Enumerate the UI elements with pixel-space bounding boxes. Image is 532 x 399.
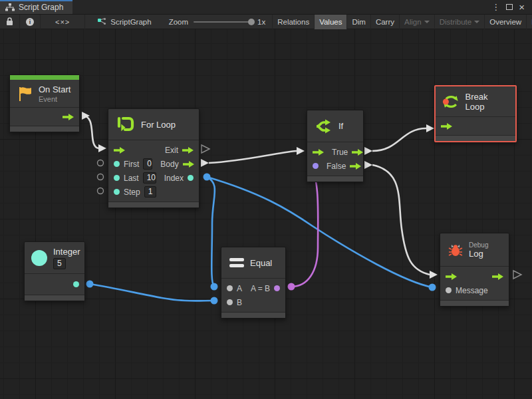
port-marker-message-in[interactable] [429, 284, 436, 291]
integer-value-field[interactable]: 5 [53, 258, 66, 269]
wire-true-breakloop[interactable] [372, 128, 426, 151]
distribute-button[interactable]: Distribute [434, 15, 485, 29]
equal-a-in-port[interactable] [227, 285, 233, 291]
graph-canvas[interactable]: On Start Event For Loop [0, 29, 532, 399]
port-label-false: False [327, 162, 346, 171]
node-title: If [338, 121, 343, 131]
port-marker-last-in-empty[interactable] [98, 174, 104, 180]
port-row: Last 10 Index [108, 171, 199, 185]
node-debug-log[interactable]: Debug Log Message [440, 233, 509, 307]
exit-out-port[interactable] [182, 147, 194, 154]
node-footer [436, 135, 515, 141]
graph-breadcrumb[interactable]: ScriptGraph [85, 17, 158, 26]
break-loop-icon [442, 93, 460, 110]
last-value-field[interactable]: 10 [143, 172, 156, 184]
true-out-port[interactable] [352, 149, 363, 156]
node-if[interactable]: If True False [307, 110, 364, 182]
wire-false-debuglog[interactable] [372, 165, 430, 275]
port-marker-step-in-empty[interactable] [98, 188, 104, 194]
node-integer[interactable]: Integer 5 [24, 241, 85, 301]
port-marker-equal-b-in[interactable] [211, 297, 218, 305]
port-marker-false-out[interactable] [364, 161, 372, 169]
align-button[interactable]: Align [399, 15, 434, 29]
node-equal[interactable]: Equal A A = B B [221, 247, 286, 319]
carry-button[interactable]: Carry [370, 15, 399, 29]
first-in-port[interactable] [114, 161, 120, 167]
port-marker-forloop-in[interactable] [98, 144, 106, 152]
wire-index-equal-a[interactable] [207, 177, 215, 287]
zoom-value: 1x [257, 18, 265, 26]
port-marker-body-out[interactable] [201, 159, 209, 167]
fullscreen-button[interactable]: Full Screen [526, 15, 532, 29]
step-in-port[interactable] [114, 189, 120, 195]
port-marker-true-out[interactable] [364, 147, 372, 155]
node-on-start[interactable]: On Start Event [9, 74, 80, 132]
port-row: Exit [108, 143, 199, 157]
values-button[interactable]: Values [314, 15, 346, 29]
port-label-last: Last [124, 174, 139, 183]
port-marker-equal-a-in[interactable] [211, 283, 218, 291]
port-row [440, 269, 509, 283]
port-label-b: B [237, 298, 242, 307]
port-marker-equal-result-out[interactable] [288, 283, 295, 291]
body-out-port[interactable] [183, 161, 194, 168]
trigger-in-port[interactable] [313, 149, 324, 156]
relations-button[interactable]: Relations [272, 15, 314, 29]
code-view-button[interactable]: <×> [41, 15, 85, 29]
port-marker-breakloop-in[interactable] [426, 124, 434, 132]
node-for-loop[interactable]: For Loop Exit First 0 Body [108, 108, 200, 208]
wire-integer-equal-b[interactable] [90, 284, 214, 301]
trigger-in-port[interactable] [446, 273, 457, 280]
port-marker-if-in[interactable] [297, 147, 305, 155]
port-label-result: A = B [251, 284, 270, 293]
last-in-port[interactable] [114, 175, 120, 181]
index-out-port[interactable] [188, 175, 194, 181]
integer-out-port[interactable] [73, 281, 79, 287]
trigger-out-port[interactable] [63, 114, 74, 120]
port-marker-integer-out[interactable] [86, 281, 94, 288]
info-button[interactable]: i [20, 15, 41, 29]
wire-onstart-forloop[interactable] [82, 116, 98, 148]
zoom-slider[interactable] [194, 21, 252, 23]
condition-in-port[interactable] [313, 163, 319, 169]
wire-body-if[interactable] [209, 151, 297, 163]
node-break-loop[interactable]: Break Loop [434, 85, 517, 142]
script-graph-icon [97, 17, 106, 26]
first-value-field[interactable]: 0 [143, 158, 152, 170]
message-in-port[interactable] [446, 287, 452, 293]
false-out-port[interactable] [350, 163, 361, 170]
tab-title: Script Graph [19, 3, 63, 12]
trigger-out-port[interactable] [492, 273, 503, 280]
close-icon[interactable]: × [517, 2, 527, 12]
dim-button[interactable]: Dim [346, 15, 370, 29]
equal-b-in-port[interactable] [227, 299, 233, 305]
node-category: Debug [469, 241, 488, 249]
equal-icon [229, 258, 244, 267]
port-marker-debuglog-in[interactable] [430, 271, 438, 279]
zoom-label: Zoom [169, 18, 188, 26]
bug-icon [448, 243, 463, 257]
node-title: For Loop [141, 120, 176, 130]
branch-icon [315, 118, 332, 135]
trigger-in-port[interactable] [441, 123, 452, 130]
port-row: True [307, 145, 363, 159]
zoom-slider-handle[interactable] [248, 19, 255, 25]
port-marker-index-out[interactable] [203, 174, 211, 181]
node-footer [440, 300, 509, 306]
step-value-field[interactable]: 1 [144, 186, 157, 198]
port-marker-exit-out-empty[interactable] [201, 145, 209, 153]
equal-result-out-port[interactable] [274, 285, 280, 291]
trigger-in-port[interactable] [114, 147, 125, 154]
lock-button[interactable] [0, 15, 20, 29]
port-marker-first-in-empty[interactable] [98, 160, 104, 166]
port-row: False [307, 159, 363, 173]
kebab-menu-icon[interactable]: ⋮ [489, 3, 502, 11]
overview-button[interactable]: Overview [484, 15, 526, 29]
maximize-icon[interactable] [506, 4, 513, 10]
loop-icon [116, 115, 135, 134]
tab-script-graph[interactable]: Script Graph [0, 0, 72, 14]
node-title: Integer [53, 247, 80, 257]
node-footer [221, 312, 285, 318]
port-marker-debuglog-out-empty[interactable] [513, 271, 521, 279]
port-label-a: A [237, 284, 242, 293]
